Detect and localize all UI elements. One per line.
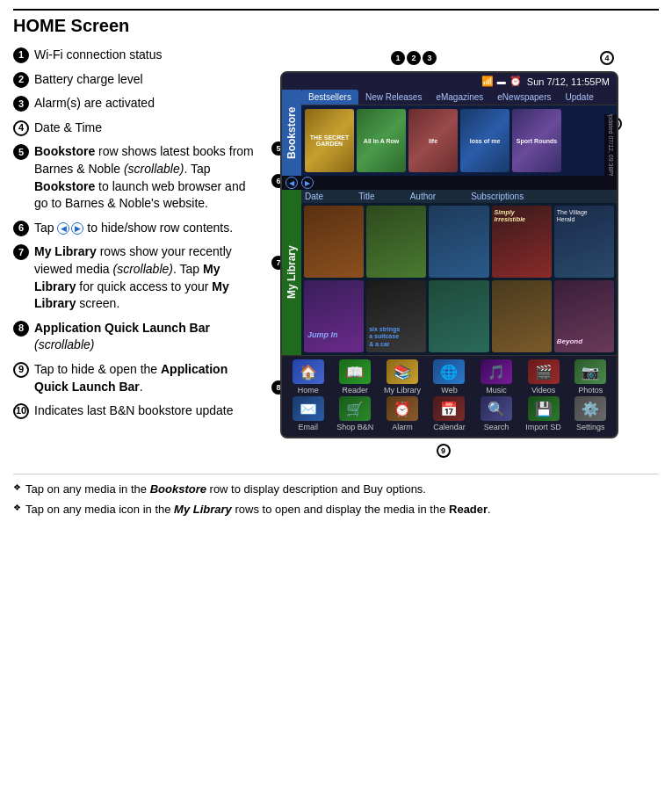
library-book-6[interactable]: Jump In bbox=[304, 280, 364, 352]
photos-icon: 📷 bbox=[574, 359, 606, 384]
qlb-mylibrary[interactable]: 📚 My Library bbox=[383, 359, 422, 395]
alarm-icon: ⏰ bbox=[509, 76, 522, 87]
bookstore-books-row: THE SECRET GARDEN All In A Row life loss… bbox=[301, 105, 617, 176]
battery-icon: ▬ bbox=[497, 76, 506, 86]
qlb-videos[interactable]: 🎬 Videos bbox=[524, 359, 563, 395]
library-book-7[interactable]: six stringsa suitcase& a car bbox=[366, 280, 426, 352]
shopbn-label: Shop B&N bbox=[336, 423, 373, 431]
note-2-bold: My Library bbox=[174, 503, 232, 516]
qlb-search[interactable]: 🔍 Search bbox=[477, 396, 516, 431]
annotation-4-text: Date & Time bbox=[34, 120, 259, 137]
library-book-9[interactable] bbox=[492, 280, 552, 352]
tab-emagazines[interactable]: eMagazines bbox=[429, 90, 490, 105]
badge-8: 8 bbox=[13, 321, 29, 337]
bottom-notes-list: Tap on any media in the Bookstore row to… bbox=[13, 482, 659, 518]
videos-label: Videos bbox=[531, 386, 555, 395]
bookstore-book-2[interactable]: All In A Row bbox=[357, 109, 406, 172]
book-4-text: SimplyIrresistible bbox=[495, 209, 525, 224]
tab-update[interactable]: Update bbox=[558, 90, 600, 105]
note-2-bold2: Reader bbox=[449, 503, 488, 516]
settings-icon: ⚙️ bbox=[574, 396, 606, 421]
library-book-10[interactable]: Beyond bbox=[554, 280, 614, 352]
search-icon: 🔍 bbox=[481, 396, 512, 421]
expand-right-btn[interactable]: ▶ bbox=[301, 177, 314, 189]
bookstore-book-5[interactable]: Sport Rounds bbox=[512, 109, 561, 172]
book-10-text: Beyond bbox=[557, 337, 582, 345]
tab-new-releases[interactable]: New Releases bbox=[358, 90, 429, 105]
library-label[interactable]: My Library bbox=[282, 190, 301, 355]
annotation-2: 2 Battery charge level bbox=[13, 71, 259, 89]
top-badges-group: 1 2 3 bbox=[391, 51, 437, 65]
reader-icon: 📖 bbox=[339, 359, 371, 384]
importsd-icon: 💾 bbox=[528, 396, 560, 421]
badge-overlay-1: 1 bbox=[391, 51, 405, 65]
bookstore-book-4[interactable]: loss of me bbox=[460, 109, 509, 172]
note-1-bold: Bookstore bbox=[150, 482, 206, 496]
jump-in-text: Jump In bbox=[307, 330, 338, 339]
annotation-3-text: Alarm(s) are activated bbox=[34, 95, 259, 112]
book-4-title: loss of me bbox=[468, 136, 502, 146]
library-section: My Library Date Title Author Subscriptio… bbox=[282, 190, 617, 355]
library-book-5[interactable]: The VillageHerald bbox=[554, 206, 614, 278]
badge-5: 5 bbox=[13, 144, 29, 160]
qlb-importsd[interactable]: 💾 Import SD bbox=[524, 396, 563, 431]
annotation-9: 9 Tap to hide & open the Application Qui… bbox=[13, 361, 259, 395]
book-5-text: The VillageHerald bbox=[557, 209, 588, 224]
qlb-row-2: ✉️ Email 🛒 Shop B&N ⏰ Alarm 📅 bbox=[285, 396, 614, 431]
qlb-home[interactable]: 🏠 Home bbox=[289, 359, 328, 395]
update-text: Updated 07/12, 09:38PM bbox=[608, 114, 614, 176]
library-book-8[interactable] bbox=[429, 280, 488, 352]
library-book-4[interactable]: SimplyIrresistible bbox=[492, 206, 552, 278]
web-label: Web bbox=[441, 386, 457, 395]
library-book-2[interactable] bbox=[366, 206, 426, 278]
qlb-photos[interactable]: 📷 Photos bbox=[571, 359, 610, 395]
book-2-title: All In A Row bbox=[362, 136, 401, 146]
library-books-grid: SimplyIrresistible The VillageHerald Jum… bbox=[301, 203, 617, 355]
music-label: Music bbox=[486, 386, 507, 395]
device-screen: 📶 ▬ ⏰ Sun 7/12, 11:55PM Bookstore Bestse… bbox=[280, 71, 618, 438]
qlb-music[interactable]: 🎵 Music bbox=[477, 359, 516, 395]
badge-6: 6 bbox=[13, 221, 29, 236]
main-layout: 1 Wi-Fi connection status 2 Battery char… bbox=[13, 47, 659, 458]
bookstore-book-3[interactable]: life bbox=[408, 109, 458, 172]
tab-enewspapers[interactable]: eNewspapers bbox=[490, 90, 558, 105]
annotation-1-text: Wi-Fi connection status bbox=[34, 47, 259, 64]
bookstore-tabs: Bestsellers New Releases eMagazines eNew… bbox=[301, 90, 617, 105]
badge-overlay-2: 2 bbox=[407, 51, 421, 65]
annotation-list: 1 Wi-Fi connection status 2 Battery char… bbox=[13, 47, 259, 420]
badge-overlay-3: 3 bbox=[423, 51, 437, 65]
qlb-settings[interactable]: ⚙️ Settings bbox=[571, 396, 610, 431]
bookstore-section: Bookstore Bestsellers New Releases eMaga… bbox=[282, 90, 617, 176]
annotations-column: 1 Wi-Fi connection status 2 Battery char… bbox=[13, 47, 259, 458]
qlb-email[interactable]: ✉️ Email bbox=[289, 396, 328, 431]
annotation-1: 1 Wi-Fi connection status bbox=[13, 47, 259, 64]
qlb-alarm[interactable]: ⏰ Alarm bbox=[383, 396, 422, 431]
annotation-9-text: Tap to hide & open the Application Quick… bbox=[34, 361, 259, 395]
calendar-icon: 📅 bbox=[433, 396, 465, 421]
badge-overlay-4: 4 bbox=[600, 51, 614, 65]
annotation-3: 3 Alarm(s) are activated bbox=[13, 95, 259, 112]
badge-4: 4 bbox=[13, 120, 29, 136]
collapse-left-btn[interactable]: ◀ bbox=[285, 177, 298, 189]
device-column: 1 2 3 4 5 6 7 8 9 10 📶 bbox=[268, 47, 659, 458]
bookstore-label[interactable]: Bookstore bbox=[282, 90, 301, 176]
bookstore-content: Bestsellers New Releases eMagazines eNew… bbox=[301, 90, 617, 176]
annotation-6-text: Tap ◀ ▶ to hide/show row contents. bbox=[34, 220, 259, 237]
mylibrary-label: My Library bbox=[384, 386, 421, 395]
email-label: Email bbox=[299, 423, 319, 431]
tab-bestsellers[interactable]: Bestsellers bbox=[301, 90, 358, 105]
library-book-3[interactable] bbox=[429, 206, 488, 278]
annotation-6: 6 Tap ◀ ▶ to hide/show row contents. bbox=[13, 220, 259, 237]
qlb-reader[interactable]: 📖 Reader bbox=[336, 359, 374, 395]
annotation-8-text: Application Quick Launch Bar (scrollable… bbox=[34, 320, 259, 354]
blue-text: six stringsa suitcase& a car bbox=[369, 326, 400, 348]
bookstore-book-1[interactable]: THE SECRET GARDEN bbox=[305, 109, 354, 172]
header-title: Title bbox=[358, 192, 375, 201]
qlb-web[interactable]: 🌐 Web bbox=[430, 359, 468, 395]
library-book-1[interactable] bbox=[304, 206, 364, 278]
qlb-calendar[interactable]: 📅 Calendar bbox=[430, 396, 468, 431]
update-sidebar: Updated 07/12, 09:38PM bbox=[604, 114, 617, 176]
qlb-shopbn[interactable]: 🛒 Shop B&N bbox=[336, 396, 374, 431]
alarm-icon-qlb: ⏰ bbox=[387, 396, 418, 421]
annotation-5-text: Bookstore row shows latest books from Ba… bbox=[34, 143, 259, 212]
